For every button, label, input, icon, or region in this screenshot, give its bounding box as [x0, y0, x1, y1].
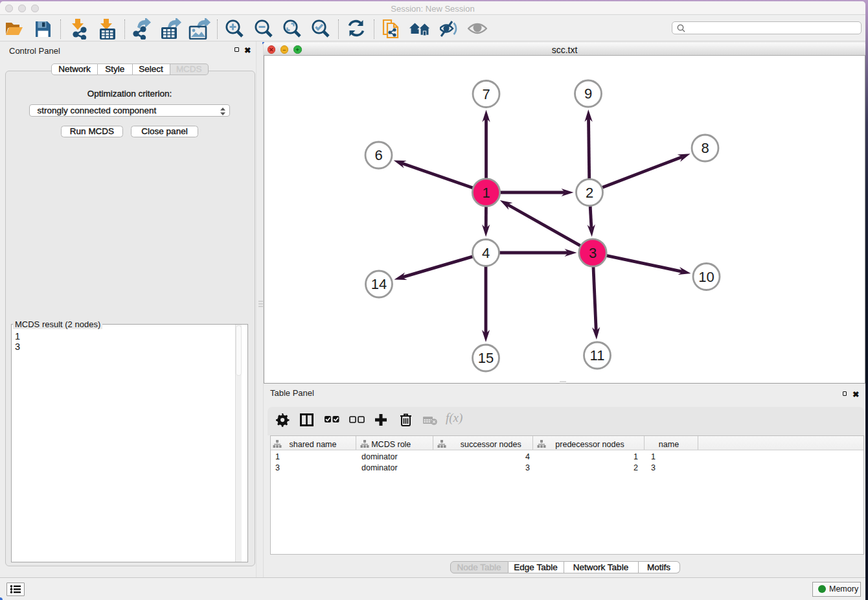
- svg-text:10: 10: [698, 269, 714, 285]
- svg-text:7: 7: [482, 86, 490, 102]
- svg-text:9: 9: [584, 86, 592, 102]
- svg-text:11: 11: [590, 347, 605, 363]
- svg-text:8: 8: [701, 140, 709, 156]
- svg-text:2: 2: [586, 185, 593, 201]
- svg-text:6: 6: [374, 147, 382, 163]
- svg-text:15: 15: [478, 350, 494, 366]
- svg-text:4: 4: [482, 245, 490, 261]
- svg-text:14: 14: [371, 276, 387, 292]
- svg-text:1: 1: [482, 185, 490, 201]
- svg-text:3: 3: [589, 245, 597, 261]
